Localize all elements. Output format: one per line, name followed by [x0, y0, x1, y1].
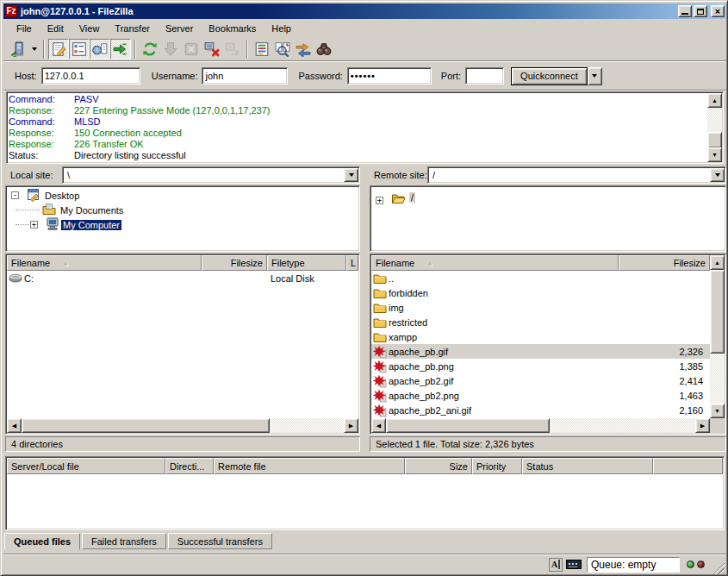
directory-listing-filters-button[interactable]	[252, 39, 272, 59]
file-row-selected[interactable]: apache_pb.gif2,326	[371, 344, 710, 359]
local-site-combobox[interactable]: \	[62, 166, 360, 184]
file-row[interactable]: apache_pb2.gif2,414	[371, 373, 710, 388]
column-label: Remote file	[218, 461, 266, 472]
resize-grip[interactable]	[712, 562, 725, 574]
menu-file[interactable]: File	[9, 22, 40, 35]
binoculars-icon	[316, 41, 332, 57]
titlebar[interactable]: Fz john@127.0.0.1 - FileZilla ×	[3, 3, 726, 19]
file-row[interactable]: apache_pb.png1,385	[371, 359, 710, 373]
tree-item-my-documents[interactable]: My Documents	[6, 203, 359, 217]
column-header-server-local-file[interactable]: Server/Local file	[7, 458, 165, 474]
column-header-lastmodified[interactable]: L	[346, 255, 358, 271]
scroll-down-button[interactable]: ▼	[707, 147, 722, 162]
column-header-filesize[interactable]: Filesize	[202, 255, 267, 271]
expand-expander[interactable]: +	[30, 221, 38, 229]
file-row[interactable]: img	[371, 300, 710, 315]
directory-comparison-button[interactable]	[272, 39, 293, 59]
local-h-scrollbar-thumb[interactable]	[22, 418, 270, 433]
sort-asc-icon: ▲	[62, 260, 69, 267]
cancel-operation-button[interactable]	[181, 39, 202, 59]
password-input[interactable]	[347, 67, 432, 85]
scroll-up-button[interactable]: ▲	[707, 93, 722, 108]
port-input[interactable]	[465, 67, 504, 85]
toggle-local-tree-button[interactable]	[69, 39, 90, 59]
maximize-button[interactable]	[694, 5, 707, 17]
scroll-left-button[interactable]: ◀	[7, 418, 22, 433]
site-manager-button[interactable]	[8, 39, 28, 59]
refresh-button[interactable]	[140, 39, 160, 59]
queue-status-panel: Queue: empty	[587, 557, 680, 573]
scroll-down-icon: ▼	[712, 152, 718, 158]
username-input[interactable]	[202, 67, 288, 85]
remote-v-scrollbar-thumb[interactable]	[710, 270, 725, 354]
menu-bookmarks[interactable]: Bookmarks	[201, 22, 264, 35]
file-row-c-drive[interactable]: C: Local Disk	[7, 271, 358, 285]
close-button[interactable]: ×	[711, 5, 725, 17]
log-scrollbar[interactable]: ▲ ▼	[707, 93, 722, 162]
menu-help[interactable]: Help	[264, 22, 299, 35]
tab-queued-files[interactable]: Queued files	[4, 533, 80, 550]
remote-site-combobox[interactable]: /	[427, 166, 726, 184]
file-row[interactable]: xampp	[371, 329, 710, 344]
scroll-up-icon: ▲	[712, 97, 718, 103]
collapse-expander[interactable]: -	[11, 191, 19, 199]
local-site-dropdown[interactable]	[344, 168, 358, 182]
host-input[interactable]	[41, 67, 140, 85]
scroll-down-button[interactable]: ▼	[710, 404, 725, 418]
remote-h-scrollbar[interactable]: ◀ ▶	[371, 418, 710, 433]
file-row[interactable]: ..	[371, 271, 710, 285]
local-list-rows: C: Local Disk	[7, 271, 358, 285]
menu-edit[interactable]: Edit	[40, 22, 72, 35]
column-header-filename[interactable]: Filename▲	[7, 255, 202, 271]
column-header-filetype[interactable]: Filetype	[267, 255, 346, 271]
scroll-right-button[interactable]: ▶	[344, 418, 358, 433]
remote-h-scrollbar-thumb[interactable]	[386, 418, 550, 433]
scroll-up-button[interactable]: ▲	[710, 255, 725, 270]
folder-icon	[373, 287, 387, 299]
quickconnect-button[interactable]: Quickconnect	[511, 67, 588, 85]
disconnect-button[interactable]	[202, 39, 222, 59]
dropdown-arrow-icon	[32, 47, 37, 51]
remote-site-value: /	[428, 170, 725, 180]
remote-v-scrollbar[interactable]: ▲ ▼	[710, 255, 725, 418]
column-header-priority[interactable]: Priority	[472, 458, 522, 474]
file-row[interactable]: restricted	[371, 315, 710, 329]
tree-item-my-computer[interactable]: + My Computer	[6, 217, 359, 232]
find-files-button[interactable]	[314, 39, 334, 59]
tab-failed-transfers[interactable]: Failed transfers	[82, 533, 166, 549]
file-row[interactable]: apache_pb2.png1,463	[371, 388, 710, 403]
column-header-filesize[interactable]: Filesize	[619, 255, 710, 271]
scroll-right-icon: ▶	[349, 423, 353, 429]
menu-transfer[interactable]: Transfer	[107, 22, 158, 35]
column-header-size[interactable]: Size	[405, 458, 472, 474]
file-row[interactable]: forbidden	[371, 285, 710, 300]
menu-view[interactable]: View	[72, 22, 108, 35]
log-scrollbar-thumb[interactable]	[707, 132, 722, 148]
reconnect-button[interactable]	[222, 39, 243, 59]
cancel-icon	[184, 41, 199, 57]
site-manager-dropdown[interactable]	[28, 39, 40, 59]
remote-site-dropdown[interactable]	[710, 168, 725, 182]
tab-successful-transfers[interactable]: Successful transfers	[168, 533, 272, 549]
tree-item-root[interactable]: + /	[370, 190, 725, 204]
minimize-button[interactable]	[678, 5, 692, 17]
toggle-transfer-queue-button[interactable]	[110, 39, 131, 59]
local-h-scrollbar[interactable]: ◀ ▶	[7, 418, 358, 433]
column-header-remote-file[interactable]: Remote file	[214, 458, 405, 474]
column-header-direction[interactable]: Directi...	[165, 458, 214, 474]
column-header-status[interactable]: Status	[522, 458, 653, 474]
toggle-message-log-button[interactable]	[48, 39, 69, 59]
quickconnect-dropdown[interactable]	[588, 67, 602, 85]
process-queue-button[interactable]	[160, 39, 181, 59]
synchronized-browsing-button[interactable]	[293, 39, 314, 59]
toggle-remote-tree-button[interactable]	[90, 39, 110, 59]
expand-expander[interactable]: +	[376, 197, 383, 204]
column-header-filename[interactable]: Filename▲	[371, 255, 619, 271]
folder-icon	[373, 272, 387, 285]
file-row[interactable]: apache_pb2_ani.gif2,160	[371, 403, 710, 417]
scroll-left-button[interactable]: ◀	[371, 418, 386, 433]
image-file-icon	[373, 389, 387, 403]
tree-item-desktop[interactable]: - Desktop	[6, 188, 359, 203]
menu-server[interactable]: Server	[158, 22, 201, 35]
scroll-right-button[interactable]: ▶	[695, 418, 710, 433]
